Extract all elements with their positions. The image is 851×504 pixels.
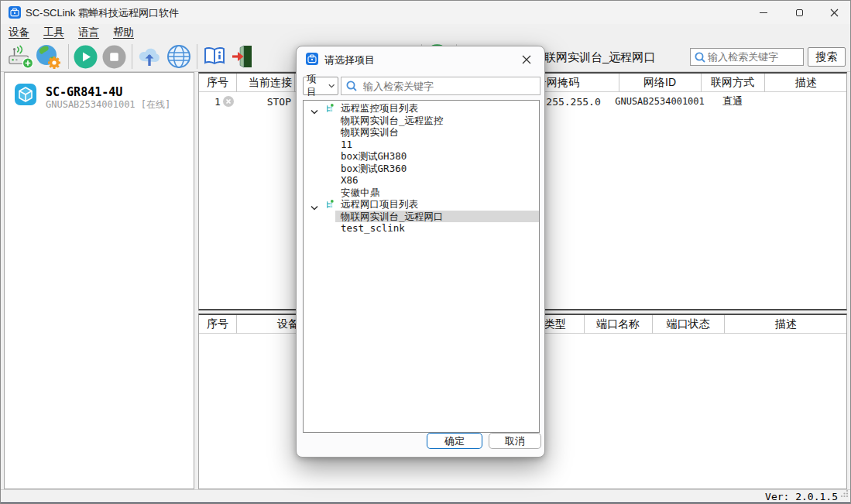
exit-icon[interactable] — [229, 43, 256, 70]
tree-item-selected[interactable]: 物联网实训台_远程网口 — [304, 211, 539, 223]
cell-connect-mode: 直通 — [701, 92, 764, 111]
search-icon — [694, 51, 706, 63]
dialog-close-button[interactable] — [515, 50, 538, 70]
device-list-item[interactable]: SC-GR841-4U GNUSAB2534001001 [在线] — [5, 84, 193, 121]
version-label: Ver: 2.0.1.5 — [765, 491, 838, 502]
select-project-dialog: 请选择项目 项目 远程监控项目列表 物联网实训台_远程监控 物联网实训台 11 … — [296, 46, 545, 458]
col-seq: 序号 — [199, 74, 236, 92]
device-id-status: GNUSAB2534001001 [在线] — [46, 98, 170, 111]
minimize-button[interactable] — [746, 1, 781, 24]
cell-status: STOP — [236, 92, 294, 111]
current-project-label: 物联网实训台_远程网口 — [533, 50, 655, 65]
tree-item[interactable]: 11 — [304, 139, 539, 151]
start-icon[interactable] — [72, 43, 98, 70]
close-button[interactable] — [816, 1, 851, 24]
toolbar-separator — [197, 44, 197, 69]
add-device-icon[interactable] — [8, 43, 34, 70]
upload-icon[interactable] — [136, 43, 163, 70]
close-icon — [830, 9, 839, 17]
web-icon[interactable] — [166, 43, 192, 70]
project-tree: 远程监控项目列表 物联网实训台_远程监控 物联网实训台 11 box测试GH38… — [303, 100, 540, 433]
statusbar: Ver: 2.0.1.5 — [1, 489, 850, 502]
manual-icon[interactable] — [201, 43, 228, 70]
dialog-app-icon — [306, 53, 318, 68]
tree-item[interactable]: X86 — [304, 174, 539, 187]
device-cube-icon — [15, 84, 36, 108]
main-search-box — [690, 48, 804, 66]
col-port-status: 端口状态 — [652, 315, 724, 334]
stop-icon[interactable] — [101, 43, 127, 70]
col-subnet-mask: 子网掩码 — [532, 74, 623, 92]
menu-help[interactable]: 帮助 — [113, 26, 134, 39]
device-name: SC-GR841-4U — [46, 85, 122, 99]
tree-item[interactable]: 物联网实训台 — [304, 126, 539, 139]
toolbar-separator — [68, 44, 69, 69]
tree-item[interactable]: 物联网实训台_远程监控 — [304, 115, 539, 127]
titlebar: SC-SCLink 霜蝉科技远程网口软件 — [1, 1, 850, 24]
toolbar-separator — [132, 44, 132, 69]
col-connect-mode: 联网方式 — [701, 74, 764, 92]
col-network-id: 网络ID — [619, 74, 701, 92]
menu-device[interactable]: 设备 — [9, 26, 29, 39]
menu-tools[interactable]: 工具 — [43, 26, 64, 39]
col-port-name: 端口名称 — [584, 315, 652, 334]
col-description: 描述 — [724, 315, 848, 334]
maximize-button[interactable] — [781, 1, 817, 24]
filter-type-dropdown[interactable]: 项目 — [303, 77, 338, 95]
search-button[interactable]: 搜索 — [808, 47, 846, 67]
dialog-search-input[interactable] — [362, 80, 536, 93]
tree-item[interactable]: 安徽中鼎 — [304, 187, 539, 199]
tree-group[interactable]: 远程网口项目列表 — [304, 198, 539, 211]
menubar: 设备 工具 语言 帮助 — [1, 24, 850, 41]
resize-grip-icon[interactable] — [840, 487, 849, 501]
col-description: 描述 — [764, 74, 848, 92]
tree-item[interactable]: test_sclink — [304, 222, 539, 235]
app-window: SC-SCLink 霜蝉科技远程网口软件 设备 工具 语言 帮助 — [0, 0, 851, 504]
col-seq: 序号 — [199, 315, 236, 334]
dialog-search-box — [341, 77, 540, 95]
close-icon — [522, 55, 531, 64]
app-logo-icon — [9, 6, 21, 22]
menu-language[interactable]: 语言 — [78, 26, 99, 39]
device-list-panel: SC-GR841-4U GNUSAB2534001001 [在线] — [4, 72, 194, 489]
col-connection: 当前连接 — [236, 74, 294, 92]
tree-group[interactable]: 远程监控项目列表 — [304, 102, 539, 115]
tree-item[interactable]: box测试GR360 — [304, 163, 539, 175]
dialog-title: 请选择项目 — [324, 53, 375, 67]
search-icon — [345, 80, 358, 92]
cell-network-id: GNUSAB2534001001 — [619, 92, 701, 111]
ok-button[interactable]: 确定 — [427, 433, 482, 449]
chevron-down-icon — [328, 84, 335, 88]
disconnect-x-icon[interactable] — [223, 96, 234, 109]
tree-item[interactable]: box测试GH380 — [304, 150, 539, 163]
filter-type-label: 项目 — [307, 73, 325, 99]
window-title: SC-SCLink 霜蝉科技远程网口软件 — [26, 6, 179, 20]
cancel-button[interactable]: 取消 — [489, 433, 541, 449]
main-search-input[interactable] — [706, 50, 800, 63]
cell-description — [764, 92, 848, 111]
network-settings-icon[interactable] — [35, 43, 61, 70]
